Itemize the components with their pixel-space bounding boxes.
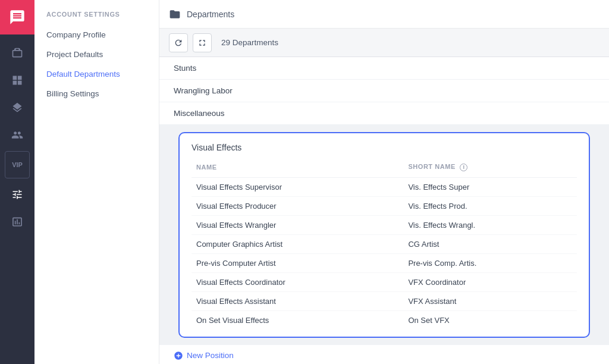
position-short-name: On Set VFX — [403, 310, 577, 330]
sidebar-icon-sliders[interactable] — [0, 181, 34, 208]
departments-scroll-area[interactable]: Stunts Wrangling Labor Miscellaneous Vis… — [159, 57, 609, 364]
col-header-name: NAME — [192, 159, 403, 177]
sidebar-item-project-defaults[interactable]: Project Defaults — [34, 45, 159, 64]
dept-expanded-wrapper: Visual Effects NAME SHORT NAME i — [159, 125, 609, 345]
new-position-button[interactable]: New Position — [159, 345, 609, 364]
position-row[interactable]: Visual Effects Wrangler Vis. Effects Wra… — [192, 215, 577, 234]
position-name: Pre-vis Computer Artist — [192, 253, 403, 272]
position-name: On Set Visual Effects — [192, 310, 403, 330]
expand-button[interactable] — [193, 33, 212, 52]
position-short-name: Pre-vis Comp. Artis. — [403, 253, 577, 272]
position-row[interactable]: On Set Visual Effects On Set VFX — [192, 310, 577, 330]
folder-icon — [169, 8, 181, 20]
position-name: Visual Effects Supervisor — [192, 177, 403, 196]
positions-table: NAME SHORT NAME i Visual Effects Supervi… — [192, 159, 577, 330]
dept-row-stunts[interactable]: Stunts — [159, 57, 609, 80]
position-row[interactable]: Visual Effects Assistant VFX Assistant — [192, 291, 577, 310]
app-logo[interactable] — [0, 0, 34, 34]
top-bar: Departments — [159, 0, 609, 29]
department-count: 29 Departments — [221, 38, 278, 47]
expand-icon — [197, 38, 207, 48]
icon-sidebar: VIP — [0, 0, 34, 364]
add-circle-icon — [174, 351, 183, 360]
layers-icon — [11, 102, 23, 114]
position-short-name: Vis. Effects Super — [403, 177, 577, 196]
sidebar-icon-briefcase[interactable] — [0, 39, 34, 67]
position-row[interactable]: Computer Graphics Artist CG Artist — [192, 234, 577, 253]
chart-icon — [11, 216, 23, 228]
short-name-info-icon[interactable]: i — [460, 164, 467, 171]
grid-icon — [11, 74, 23, 86]
nav-sidebar: Account Settings Company Profile Project… — [34, 0, 159, 364]
position-short-name: Vis. Effects Prod. — [403, 196, 577, 215]
position-short-name: VFX Assistant — [403, 291, 577, 310]
position-short-name: Vis. Effects Wrangl. — [403, 215, 577, 234]
position-short-name: VFX Coordinator — [403, 272, 577, 291]
toolbar: 29 Departments — [159, 29, 609, 57]
chat-icon — [9, 9, 26, 26]
refresh-button[interactable] — [169, 33, 188, 52]
position-name: Visual Effects Assistant — [192, 291, 403, 310]
briefcase-icon — [11, 47, 23, 59]
dept-card-visual-effects[interactable]: Visual Effects NAME SHORT NAME i — [178, 132, 590, 338]
dept-row-miscellaneous[interactable]: Miscellaneous — [159, 102, 609, 125]
dept-row-wrangling[interactable]: Wrangling Labor — [159, 80, 609, 102]
position-row[interactable]: Visual Effects Producer Vis. Effects Pro… — [192, 196, 577, 215]
position-row[interactable]: Pre-vis Computer Artist Pre-vis Comp. Ar… — [192, 253, 577, 272]
sliders-icon — [11, 189, 23, 200]
top-bar-title: Departments — [187, 10, 234, 19]
position-row[interactable]: Visual Effects Supervisor Vis. Effects S… — [192, 177, 577, 196]
position-name: Computer Graphics Artist — [192, 234, 403, 253]
nav-sidebar-header: Account Settings — [34, 0, 159, 25]
new-position-label: New Position — [187, 351, 234, 360]
dept-card-title: Visual Effects — [192, 143, 577, 152]
sidebar-icon-chart[interactable] — [0, 208, 34, 236]
sidebar-icon-vip[interactable]: VIP — [5, 151, 30, 178]
people-icon — [11, 129, 23, 141]
sidebar-item-default-departments[interactable]: Default Departments — [34, 64, 159, 84]
sidebar-item-billing-settings[interactable]: Billing Settings — [34, 84, 159, 103]
sidebar-icon-layers[interactable] — [0, 94, 34, 121]
sidebar-item-company-profile[interactable]: Company Profile — [34, 25, 159, 45]
refresh-icon — [174, 38, 183, 48]
sidebar-icon-people[interactable] — [0, 121, 34, 149]
position-name: Visual Effects Producer — [192, 196, 403, 215]
sidebar-icon-grid[interactable] — [0, 67, 34, 94]
right-section: Departments 29 Departments Stunts Wrangl… — [159, 0, 609, 364]
position-row[interactable]: Visual Effects Coordinator VFX Coordinat… — [192, 272, 577, 291]
position-short-name: CG Artist — [403, 234, 577, 253]
col-header-short: SHORT NAME i — [403, 159, 577, 177]
position-name: Visual Effects Wrangler — [192, 215, 403, 234]
position-name: Visual Effects Coordinator — [192, 272, 403, 291]
